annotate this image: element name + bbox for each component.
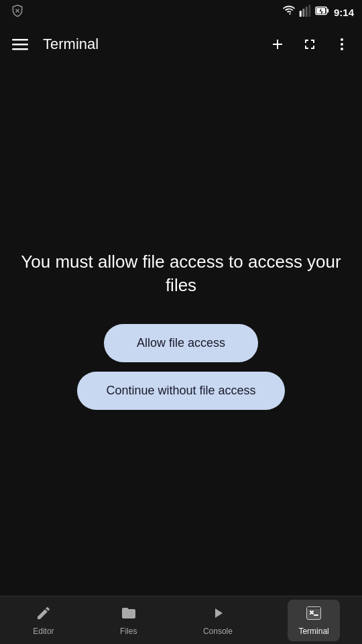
nav-console-label: Console (203, 627, 233, 636)
nav-item-terminal[interactable]: Terminal (288, 600, 339, 641)
nav-item-editor[interactable]: Editor (22, 600, 64, 641)
nav-terminal-label: Terminal (298, 627, 328, 636)
app-bar: Terminal (0, 24, 362, 64)
svg-point-14 (341, 43, 343, 46)
svg-rect-12 (12, 48, 28, 50)
terminal-icon (306, 605, 322, 624)
signal-icon (299, 5, 311, 19)
status-time: 9:14 (334, 7, 354, 18)
app-title: Terminal (43, 36, 260, 53)
svg-point-13 (341, 38, 343, 41)
play-icon (210, 605, 226, 624)
svg-rect-4 (306, 7, 308, 17)
status-bar: 9:14 (0, 0, 362, 24)
permission-message: You must allow file access to access you… (20, 250, 342, 297)
continue-without-file-access-button[interactable]: Continue without file access (77, 372, 285, 410)
bottom-navigation: Editor Files Console Te (0, 596, 362, 644)
status-bar-left (11, 4, 24, 20)
svg-point-15 (341, 48, 343, 50)
svg-rect-11 (12, 44, 28, 46)
battery-charging-icon (315, 3, 330, 21)
nav-editor-label: Editor (33, 627, 54, 636)
pencil-icon (36, 605, 52, 624)
svg-rect-5 (308, 5, 310, 17)
nav-files-label: Files (120, 627, 137, 636)
add-button[interactable] (263, 30, 292, 59)
fullscreen-button[interactable] (295, 30, 324, 59)
svg-rect-2 (300, 11, 302, 17)
status-bar-right: 9:14 (283, 3, 354, 21)
allow-file-access-button[interactable]: Allow file access (104, 324, 258, 362)
nav-item-console[interactable]: Console (192, 600, 243, 641)
svg-rect-21 (307, 607, 320, 609)
more-options-button[interactable] (327, 30, 357, 59)
svg-rect-3 (302, 9, 304, 17)
svg-rect-8 (326, 9, 328, 13)
nav-item-files[interactable]: Files (109, 600, 147, 641)
shield-x-icon (11, 4, 24, 20)
svg-rect-10 (12, 39, 28, 41)
menu-button[interactable] (5, 30, 35, 59)
wifi-icon (283, 5, 295, 19)
main-content: You must allow file access to access you… (0, 64, 362, 596)
folder-icon (121, 605, 137, 624)
